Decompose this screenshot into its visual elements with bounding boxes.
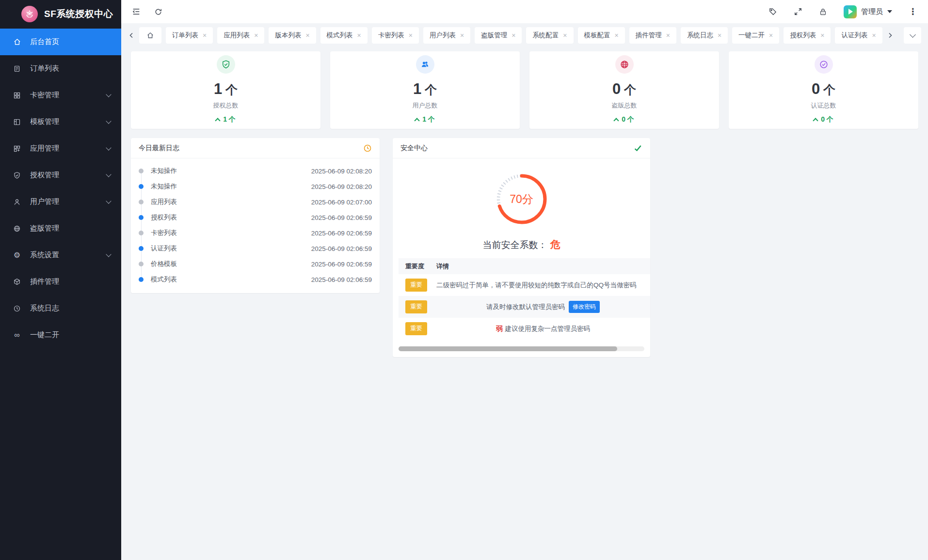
security-table-clip: 重要度 详情 重要 二级密码过于简单，请不要使用较短的纯数字或自己的QQ号当做密… — [399, 258, 650, 340]
sidebar-item-piracy-mgmt[interactable]: 盗版管理 — [0, 215, 121, 242]
fullscreen-icon[interactable] — [794, 7, 802, 16]
tab-label: 插件管理 — [636, 31, 662, 40]
close-icon[interactable] — [872, 32, 876, 39]
trend-value: 0 个 — [622, 115, 634, 124]
tab-apps[interactable]: 应用列表 — [217, 27, 264, 44]
close-icon[interactable] — [357, 32, 361, 39]
sidebar-item-app-mgmt[interactable]: 应用管理 — [0, 135, 121, 162]
horizontal-scrollbar-thumb[interactable] — [399, 346, 617, 351]
sidebar-item-user-mgmt[interactable]: 用户管理 — [0, 188, 121, 215]
stat-unit: 个 — [425, 82, 437, 98]
tab-certs[interactable]: 认证列表 — [835, 27, 882, 44]
chevron-down-icon — [106, 145, 111, 150]
check-icon — [633, 143, 642, 153]
stat-cards-row: 1个 授权总数 1 个 1个 用户总数 1 个 0个 盗版总数 0 个 — [131, 51, 918, 129]
tab-template-config[interactable]: 模板配置 — [578, 27, 625, 44]
sidebar: SF系统授权中心 后台首页 订单列表 卡密管理 模板管理 — [0, 0, 121, 560]
tag-icon[interactable] — [768, 7, 777, 16]
tab-oneclick[interactable]: 一键二开 — [732, 27, 779, 44]
sidebar-item-label: 模板管理 — [30, 117, 59, 126]
refresh-icon[interactable] — [154, 8, 162, 16]
security-level: 危 — [550, 239, 560, 250]
close-icon[interactable] — [305, 32, 309, 39]
log-label: 应用列表 — [151, 198, 177, 206]
log-label: 卡密列表 — [151, 229, 177, 237]
collapse-sidebar-icon[interactable] — [132, 7, 141, 16]
sidebar-item-system-settings[interactable]: ⚙ 系统设置 — [0, 242, 121, 268]
log-entry: 卡密列表2025-06-09 02:06:59 — [139, 225, 372, 241]
tab-home[interactable] — [139, 27, 161, 44]
tab-cards[interactable]: 卡密列表 — [372, 27, 419, 44]
log-time: 2025-06-09 02:07:00 — [311, 199, 372, 206]
detail-text: 建议使用复杂一点管理员密码 — [505, 325, 591, 333]
stat-card-users: 1个 用户总数 1 个 — [330, 51, 520, 129]
change-password-button[interactable]: 修改密码 — [569, 301, 600, 313]
timeline-dot — [139, 184, 144, 189]
sidebar-item-oneclick-dev[interactable]: ∞ 一键二开 — [0, 322, 121, 348]
importance-badge: 重要 — [405, 300, 427, 313]
card-grid-icon — [13, 91, 21, 100]
tab-syslog[interactable]: 系统日志 — [681, 27, 728, 44]
infinity-icon: ∞ — [13, 331, 21, 340]
cube-icon — [13, 278, 21, 286]
close-icon[interactable] — [718, 32, 721, 39]
sidebar-item-license-mgmt[interactable]: 授权管理 — [0, 162, 121, 188]
security-caption-prefix: 当前安全系数： — [483, 240, 547, 250]
close-icon[interactable] — [666, 32, 670, 39]
tab-bar: 订单列表 应用列表 版本列表 模式列表 卡密列表 用户列表 盗版管理 系统配置 … — [121, 23, 928, 47]
sidebar-item-template-mgmt[interactable]: 模板管理 — [0, 109, 121, 135]
tabs-dropdown-button[interactable] — [904, 27, 921, 44]
close-icon[interactable] — [460, 32, 464, 39]
sidebar-item-label: 插件管理 — [30, 277, 59, 286]
template-icon — [13, 118, 21, 126]
close-icon[interactable] — [769, 32, 773, 39]
close-icon[interactable] — [203, 32, 207, 39]
tab-label: 应用列表 — [224, 31, 250, 40]
tab-label: 系统配置 — [532, 31, 559, 40]
lock-icon[interactable] — [819, 8, 827, 16]
user-menu[interactable]: 管理员 — [844, 5, 892, 18]
horizontal-scrollbar-track[interactable] — [399, 346, 644, 351]
log-time: 2025-06-09 02:06:59 — [311, 261, 372, 268]
security-panel-title: 安全中心 — [400, 144, 428, 153]
close-icon[interactable] — [409, 32, 413, 39]
tab-orders[interactable]: 订单列表 — [166, 27, 213, 44]
col-importance: 重要度 — [399, 262, 436, 271]
tab-modes[interactable]: 模式列表 — [320, 27, 368, 44]
gear-icon: ⚙ — [13, 251, 21, 260]
tab-users[interactable]: 用户列表 — [423, 27, 470, 44]
shield-check-icon — [13, 171, 21, 180]
timeline-dot — [139, 215, 144, 220]
tabs-scroll-left-icon[interactable] — [128, 32, 135, 39]
tab-versions[interactable]: 版本列表 — [269, 27, 316, 44]
tab-plugins[interactable]: 插件管理 — [629, 27, 676, 44]
tab-sysconfig[interactable]: 系统配置 — [526, 27, 573, 44]
close-icon[interactable] — [563, 32, 567, 39]
sidebar-item-dashboard[interactable]: 后台首页 — [0, 29, 121, 55]
close-icon[interactable] — [820, 32, 824, 39]
table-header-row: 重要度 详情 — [399, 258, 650, 274]
sidebar-item-system-log[interactable]: 系统日志 — [0, 295, 121, 322]
chevron-down-icon — [106, 92, 111, 97]
close-icon[interactable] — [254, 32, 258, 39]
trend-up-icon — [613, 118, 619, 123]
sidebar-item-label: 订单列表 — [30, 64, 59, 73]
log-time: 2025-06-09 02:06:59 — [311, 245, 372, 252]
log-time: 2025-06-09 02:06:59 — [311, 230, 372, 237]
sidebar-item-card-mgmt[interactable]: 卡密管理 — [0, 82, 121, 109]
clock-icon — [13, 304, 21, 313]
chevron-down-icon — [106, 198, 111, 203]
sidebar-item-plugin-mgmt[interactable]: 插件管理 — [0, 268, 121, 295]
apps-icon — [13, 144, 21, 153]
trend-up-icon — [215, 118, 220, 123]
tabs-scroll-right-icon[interactable] — [887, 32, 894, 39]
stat-card-licenses: 1个 授权总数 1 个 — [131, 51, 320, 129]
close-icon[interactable] — [512, 32, 515, 39]
log-entry: 授权列表2025-06-09 02:06:59 — [139, 210, 372, 225]
log-time: 2025-06-09 02:06:59 — [311, 276, 372, 283]
more-options-icon[interactable] — [909, 6, 917, 17]
tab-piracy[interactable]: 盗版管理 — [475, 27, 522, 44]
tab-licenses[interactable]: 授权列表 — [784, 27, 831, 44]
sidebar-item-orders[interactable]: 订单列表 — [0, 55, 121, 82]
close-icon[interactable] — [615, 32, 619, 39]
